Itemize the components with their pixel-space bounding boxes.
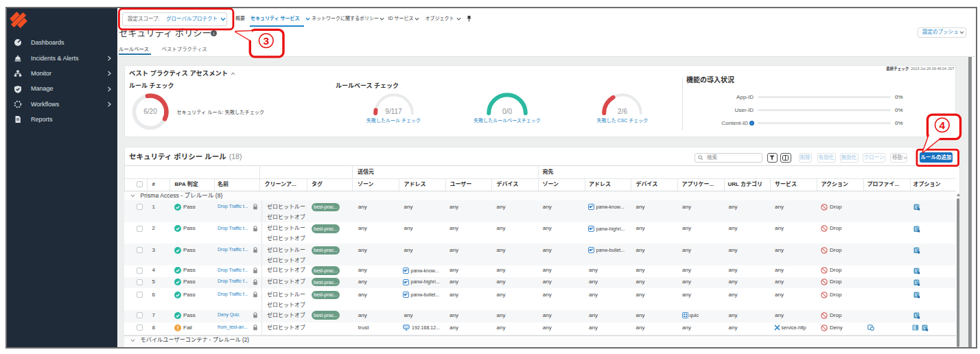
svg-text:4: 4 [939,119,945,131]
svg-text:3: 3 [263,35,269,47]
